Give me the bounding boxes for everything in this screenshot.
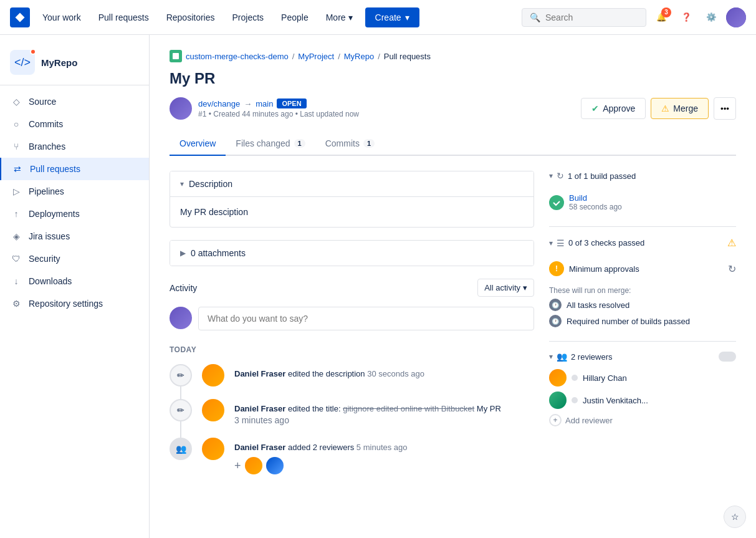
user-avatar[interactable] [726,7,746,27]
checks-warning-icon: ⚠ [727,237,736,249]
merge-button[interactable]: ⚠ Merge [651,98,709,119]
reviewers-toggle[interactable] [719,352,736,362]
will-run-item-1: 🕐 All tasks resolved [549,299,736,311]
sidebar-item-commits[interactable]: ○ Commits [0,113,149,135]
reviewer-status-2 [572,397,578,403]
main-layout: </> MyRepo ◇ Source ○ Commits ⑂ Branches… [0,35,756,538]
pr-author-avatar [170,97,192,120]
sidebar-item-downloads[interactable]: ↓ Downloads [0,270,149,292]
build-name[interactable]: Build [569,193,622,203]
description-section-header[interactable]: ▾ Description [170,171,534,196]
check-icon: ✔ [591,103,599,113]
chevron-down-icon: ▾ [348,12,353,22]
breadcrumb-project-link[interactable]: MyProject [298,52,334,61]
collapse-chevron-reviewers-icon: ▾ [549,352,553,361]
more-actions-button[interactable]: ••• [714,97,736,120]
tab-commits[interactable]: Commits 1 [315,132,385,156]
activity-user-2[interactable]: Daniel Fraser [234,404,285,413]
notifications-button[interactable]: 🔔 3 [651,7,671,27]
jira-icon: ◈ [10,230,22,243]
pr-tabs: Overview Files changed 1 Commits 1 [170,132,736,156]
to-branch[interactable]: main [256,99,273,108]
breadcrumb-workspace-link[interactable]: custom-merge-checks-demo [186,52,289,61]
nav-pull-requests[interactable]: Pull requests [91,7,156,27]
sidebar-item-branches[interactable]: ⑂ Branches [0,135,149,158]
app-logo[interactable] [10,7,30,27]
sidebar-item-source[interactable]: ◇ Source [0,90,149,113]
warn-inner-icon: ! [555,264,558,273]
minimum-approvals-warn-icon: ! [549,261,564,276]
main-content: custom-merge-checks-demo / MyProject / M… [150,35,756,538]
help-button[interactable]: ❓ [676,7,696,27]
activity-user-avatar-1 [202,364,224,387]
reviewers-section-header[interactable]: ▾ 👥 2 reviewers [549,352,736,362]
build-item-1: Build 58 seconds ago [549,188,736,216]
top-navigation: Your work Pull requests Repositories Pro… [0,0,756,35]
filter-chevron-icon: ▾ [523,283,527,292]
sidebar-item-label: Pipelines [29,186,64,196]
nav-more[interactable]: More ▾ [318,7,360,27]
sidebar-item-security[interactable]: 🛡 Security [0,247,149,270]
activity-user-avatar-3 [202,438,224,460]
add-reviewer-row[interactable]: + Add reviewer [549,414,736,426]
builds-section-header[interactable]: ▾ ↻ 1 of 1 build passed [549,171,736,181]
sidebar-item-repository-settings[interactable]: ⚙ Repository settings [0,292,149,315]
nav-people[interactable]: People [274,7,316,27]
reviewer-name-2: Justin Venkitach... [583,396,648,405]
security-icon: 🛡 [10,252,22,265]
checks-count: 0 of 3 checks passed [568,238,644,247]
sidebar-item-pipelines[interactable]: ▷ Pipelines [0,180,149,203]
svg-rect-0 [173,53,179,59]
refresh-icon[interactable]: ↻ [728,263,736,275]
settings-button[interactable]: ⚙️ [701,7,721,27]
repo-notification-dot [30,49,36,55]
activity-line-2 [180,421,181,438]
sidebar-item-jira-issues[interactable]: ◈ Jira issues [0,225,149,247]
sidebar-item-pull-requests[interactable]: ⇄ Pull requests [0,158,149,180]
pr-timestamp: #1 • Created 44 minutes ago • Last updat… [198,110,359,118]
attachments-section-header[interactable]: ▶ 0 attachments [170,241,534,266]
pr-meta-left: dev/change → main OPEN #1 • Created 44 m… [170,97,359,120]
pr-title: My PR [170,70,736,87]
breadcrumb-repo-link[interactable]: MyRepo [344,52,374,61]
comment-input[interactable] [198,307,534,330]
pr-actions: ✔ Approve ⚠ Merge ••• [581,97,736,120]
topnav-right: 🔍 🔔 3 ❓ ⚙️ [522,7,746,27]
nav-repositories[interactable]: Repositories [159,7,222,27]
search-input[interactable] [545,12,638,22]
create-button[interactable]: Create ▾ [365,7,419,27]
description-title: Description [189,179,232,189]
pencil-icon: ✏ [177,405,184,415]
sidebar-item-label: Branches [29,142,65,151]
branches-icon: ⑂ [10,140,22,153]
star-icon: ☆ [731,512,739,522]
sidebar-item-deployments[interactable]: ↑ Deployments [0,203,149,225]
commits-badge: 1 [363,139,375,148]
tab-files-changed[interactable]: Files changed 1 [226,132,315,156]
search-box[interactable]: 🔍 [522,8,646,27]
reviewer-pics-wrap: + [234,457,534,474]
minimum-approvals-info: Minimum approvals [569,264,723,274]
will-run-clock-icon-2: 🕐 [549,315,562,327]
topnav-links: Your work Pull requests Repositories Pro… [35,7,360,27]
approve-button[interactable]: ✔ Approve [581,98,646,119]
activity-user-3[interactable]: Daniel Fraser [234,443,285,452]
activity-user-1[interactable]: Daniel Fraser [234,369,285,378]
pr-body: ▾ Description My PR desciption ▶ 0 attac… [170,171,736,487]
activity-filter[interactable]: All activity ▾ [477,279,534,297]
breadcrumb-sep-2: / [338,52,340,61]
nav-projects[interactable]: Projects [225,7,272,27]
pipelines-icon: ▷ [10,185,22,198]
nav-your-work[interactable]: Your work [35,7,89,27]
checks-section-header[interactable]: ▾ ☰ 0 of 3 checks passed ⚠ [549,237,736,249]
repo-name[interactable]: MyRepo [41,57,77,68]
activity-edit-icon-1: ✏ [170,364,192,387]
star-button[interactable]: ☆ [724,506,746,528]
tab-overview[interactable]: Overview [170,132,226,156]
reviewers-section: ▾ 👥 2 reviewers Hillary Chan [549,341,736,436]
will-run-section: These will run on merge: 🕐 All tasks res… [549,286,736,327]
will-run-item-2: 🕐 Required number of builds passed [549,315,736,327]
activity-text-3: Daniel Fraser added 2 reviewers 5 minute… [234,441,534,454]
source-icon: ◇ [10,95,22,108]
from-branch[interactable]: dev/change [198,99,240,108]
